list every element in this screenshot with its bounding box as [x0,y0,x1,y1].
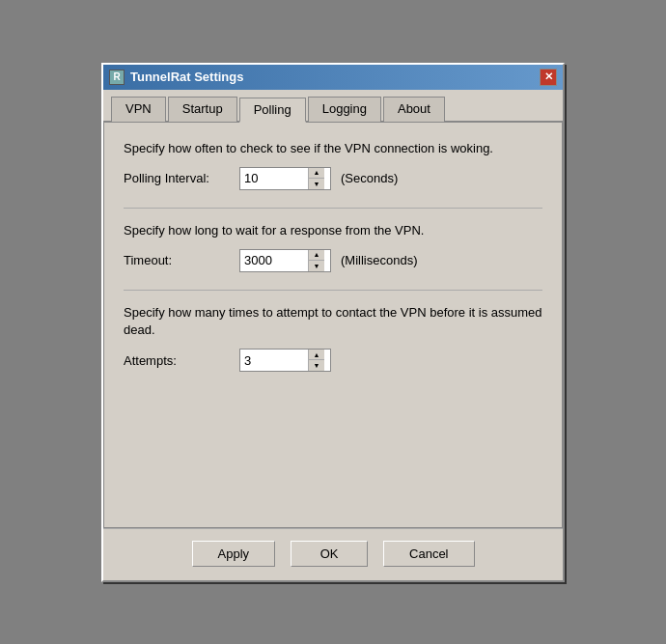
attempts-up-button[interactable]: ▲ [309,350,324,360]
title-bar: R TunnelRat Settings ✕ [103,65,563,90]
polling-interval-description: Specify how often to check to see if the… [124,140,542,157]
attempts-row: Attempts: ▲ ▼ [124,349,542,372]
attempts-label: Attempts: [124,353,230,368]
divider-1 [124,208,542,209]
attempts-spinner-buttons: ▲ ▼ [308,350,324,371]
polling-interval-input[interactable] [240,169,308,187]
attempts-spinner[interactable]: ▲ ▼ [239,349,331,372]
tab-vpn[interactable]: VPN [111,97,166,122]
attempts-down-button[interactable]: ▼ [309,360,324,371]
timeout-unit: (Milliseconds) [341,253,417,267]
tab-content: Specify how often to check to see if the… [103,123,563,528]
cancel-button[interactable]: Cancel [383,541,474,567]
timeout-row: Timeout: ▲ ▼ (Milliseconds) [124,249,542,272]
tab-startup[interactable]: Startup [168,97,237,122]
window-title: TunnelRat Settings [130,70,243,84]
footer: Apply OK Cancel [103,528,563,580]
polling-interval-label: Polling Interval: [124,171,230,185]
polling-interval-section: Specify how often to check to see if the… [124,140,542,190]
timeout-down-button[interactable]: ▼ [309,261,324,271]
timeout-up-button[interactable]: ▲ [309,250,324,261]
close-button[interactable]: ✕ [540,69,557,86]
tab-polling[interactable]: Polling [239,98,306,123]
polling-interval-up-button[interactable]: ▲ [309,168,324,179]
polling-interval-unit: (Seconds) [341,171,398,185]
polling-interval-spinner[interactable]: ▲ ▼ [239,167,331,190]
attempts-description: Specify how many times to attempt to con… [124,304,542,339]
attempts-input[interactable] [240,351,308,370]
polling-interval-row: Polling Interval: ▲ ▼ (Seconds) [124,167,542,190]
polling-interval-down-button[interactable]: ▼ [309,179,324,189]
timeout-label: Timeout: [124,253,230,267]
ok-button[interactable]: OK [291,541,368,567]
timeout-description: Specify how long to wait for a response … [124,222,542,239]
apply-button[interactable]: Apply [192,541,276,567]
timeout-input[interactable] [240,251,308,269]
settings-window: R TunnelRat Settings ✕ VPN Startup Polli… [101,63,565,582]
timeout-spinner-buttons: ▲ ▼ [308,250,324,271]
attempts-section: Specify how many times to attempt to con… [124,304,542,372]
tab-about[interactable]: About [383,97,445,122]
timeout-section: Specify how long to wait for a response … [124,222,542,272]
window-icon: R [109,70,125,85]
timeout-spinner[interactable]: ▲ ▼ [239,249,331,272]
divider-2 [124,290,542,291]
tab-logging[interactable]: Logging [308,97,381,122]
tabs-row: VPN Startup Polling Logging About [103,90,563,123]
polling-interval-spinner-buttons: ▲ ▼ [308,168,324,189]
